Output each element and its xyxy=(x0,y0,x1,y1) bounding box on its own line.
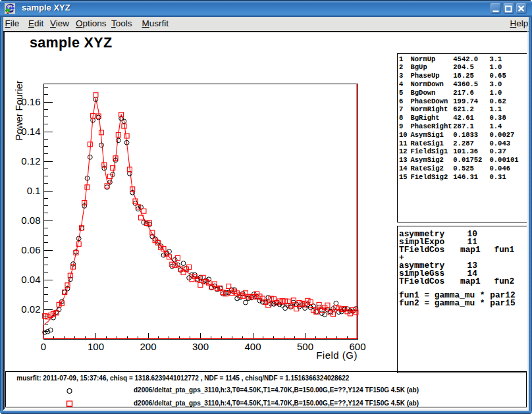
svg-text:1: 1 xyxy=(399,55,403,63)
svg-text:6: 6 xyxy=(399,97,403,105)
svg-text:BgDown: BgDown xyxy=(411,89,436,97)
svg-text:13: 13 xyxy=(399,156,408,164)
svg-text:0.02: 0.02 xyxy=(21,303,40,315)
svg-text:BgUp: BgUp xyxy=(411,63,427,71)
svg-text:204.5: 204.5 xyxy=(453,63,474,71)
svg-text:199.74: 199.74 xyxy=(453,97,478,105)
svg-text:0.16: 0.16 xyxy=(21,96,40,107)
svg-text:8: 8 xyxy=(399,114,403,122)
svg-text:0.046: 0.046 xyxy=(490,165,511,172)
svg-text:0.65: 0.65 xyxy=(490,72,506,80)
svg-text:0.38: 0.38 xyxy=(490,114,506,122)
svg-text:AsymSig2: AsymSig2 xyxy=(411,156,444,164)
svg-text:RateSig1: RateSig1 xyxy=(411,140,444,147)
svg-text:14: 14 xyxy=(399,165,408,172)
svg-text:42.61: 42.61 xyxy=(453,114,474,122)
svg-text:9: 9 xyxy=(399,122,403,130)
svg-text:0.043: 0.043 xyxy=(490,140,511,147)
svg-text:400: 400 xyxy=(244,341,261,352)
svg-text:0.08: 0.08 xyxy=(21,215,40,226)
svg-text:15: 15 xyxy=(399,173,408,181)
svg-text:0.00101: 0.00101 xyxy=(490,156,519,164)
svg-text:0.62: 0.62 xyxy=(490,97,506,105)
svg-text:11: 11 xyxy=(399,140,408,147)
svg-text:TFieldCos: TFieldCos xyxy=(399,245,444,255)
svg-text:101.36: 101.36 xyxy=(453,147,478,155)
svg-text:d2006/deltat_pta_gps_3110,h:3,: d2006/deltat_pta_gps_3110,h:3,T0=4.50K,T… xyxy=(134,386,419,394)
svg-text:FieldSig1: FieldSig1 xyxy=(411,147,448,155)
svg-text:PhaseRight: PhaseRight xyxy=(411,122,452,130)
svg-text:3.1: 3.1 xyxy=(490,55,502,63)
svg-text:0.01752: 0.01752 xyxy=(453,156,482,164)
svg-text:287.1: 287.1 xyxy=(453,122,474,130)
svg-text:TFieldCos: TFieldCos xyxy=(399,276,444,286)
svg-text:10: 10 xyxy=(399,131,408,139)
svg-text:BgRight: BgRight xyxy=(411,114,440,122)
svg-text:4360.5: 4360.5 xyxy=(453,80,478,88)
svg-text:d2006/deltat_pta_gps_3110,h:4,: d2006/deltat_pta_gps_3110,h:4,T0=4.50K,T… xyxy=(134,400,419,407)
svg-text:0.37: 0.37 xyxy=(490,147,506,155)
svg-text:0.12: 0.12 xyxy=(21,155,40,167)
svg-text:146.31: 146.31 xyxy=(453,173,478,181)
svg-text:18.25: 18.25 xyxy=(453,72,474,80)
svg-text:map1: map1 xyxy=(460,276,481,286)
svg-text:0.525: 0.525 xyxy=(453,165,474,172)
svg-text:0.06: 0.06 xyxy=(21,244,40,255)
svg-text:1.1: 1.1 xyxy=(490,105,502,113)
svg-text:Power Fourier: Power Fourier xyxy=(14,80,24,140)
svg-text:0.1833: 0.1833 xyxy=(453,131,478,139)
svg-text:100: 100 xyxy=(88,341,104,352)
svg-text:7: 7 xyxy=(399,105,403,113)
svg-text:RateSig2: RateSig2 xyxy=(411,165,444,172)
svg-text:fun2 = gamma_mu * par15: fun2 = gamma_mu * par15 xyxy=(399,298,516,308)
svg-text:2.287: 2.287 xyxy=(453,140,474,147)
svg-text:0.14: 0.14 xyxy=(21,126,40,137)
svg-text:PhaseUp: PhaseUp xyxy=(411,72,440,80)
svg-text:12: 12 xyxy=(399,147,408,155)
svg-text:AsymSig1: AsymSig1 xyxy=(411,131,444,139)
svg-text:0.31: 0.31 xyxy=(490,173,506,181)
svg-text:5: 5 xyxy=(399,89,403,97)
svg-text:NormRight: NormRight xyxy=(411,105,448,113)
svg-text:300: 300 xyxy=(192,341,209,352)
svg-text:2: 2 xyxy=(399,63,403,71)
svg-text:0: 0 xyxy=(41,341,46,352)
svg-text:621.2: 621.2 xyxy=(453,105,474,113)
svg-text:0.0027: 0.0027 xyxy=(490,131,515,139)
svg-text:map1: map1 xyxy=(460,245,481,255)
svg-text:0.1: 0.1 xyxy=(27,185,41,196)
svg-text:1.0: 1.0 xyxy=(490,63,502,71)
svg-text:217.6: 217.6 xyxy=(453,89,474,97)
svg-text:3.0: 3.0 xyxy=(490,80,502,88)
svg-text:3: 3 xyxy=(399,72,403,80)
svg-text:200: 200 xyxy=(140,341,156,352)
svg-text:FieldSig2: FieldSig2 xyxy=(411,173,448,181)
svg-text:0.04: 0.04 xyxy=(21,274,40,285)
svg-text:Field (G): Field (G) xyxy=(316,349,358,361)
svg-text:4: 4 xyxy=(399,80,403,88)
svg-text:sample XYZ: sample XYZ xyxy=(30,35,112,51)
svg-text:PhaseDown: PhaseDown xyxy=(411,97,448,105)
svg-text:1.4: 1.4 xyxy=(490,122,502,130)
svg-text:500: 500 xyxy=(297,341,313,352)
svg-text:NormUp: NormUp xyxy=(411,55,436,63)
svg-text:NormDown: NormDown xyxy=(411,80,444,88)
svg-text:4542.0: 4542.0 xyxy=(453,55,478,63)
svg-text:musrfit: 2011-07-09, 15:37:46,: musrfit: 2011-07-09, 15:37:46, chisq = 1… xyxy=(16,375,350,382)
svg-text:fun1: fun1 xyxy=(494,245,515,255)
svg-text:1.0: 1.0 xyxy=(490,89,502,97)
svg-text:fun2: fun2 xyxy=(494,276,515,286)
